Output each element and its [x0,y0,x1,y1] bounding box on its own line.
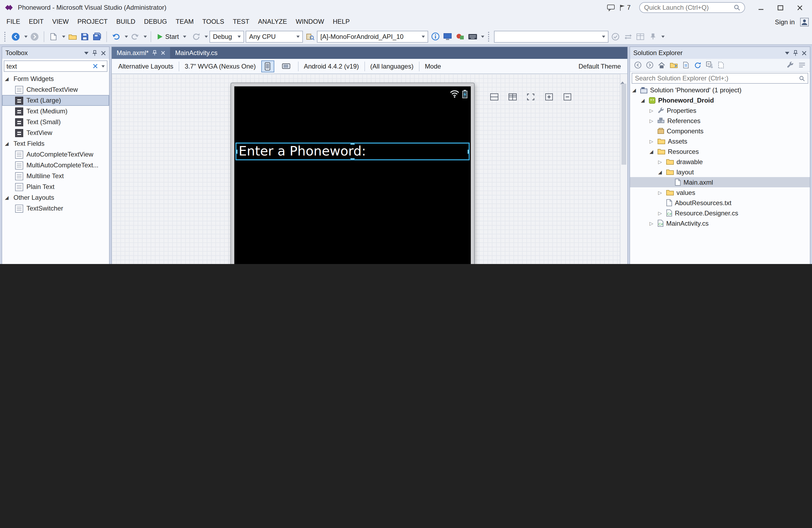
scroll-up-arrow[interactable] [620,74,625,84]
toolbox-item[interactable]: TextView [2,128,109,138]
toolbox-item[interactable]: Text (Medium) [2,106,109,117]
save-all-button[interactable] [92,30,103,42]
find-in-files-button[interactable] [305,30,316,42]
split-view-icon[interactable] [488,91,500,102]
window-position-icon[interactable] [84,52,89,54]
menu-file[interactable]: FILE [2,15,25,29]
scroll-thumb[interactable] [621,84,626,165]
menu-project[interactable]: PROJECT [73,15,112,29]
toolbox-search[interactable] [4,60,107,72]
menu-build[interactable]: BUILD [112,15,140,29]
tree-item-layout[interactable]: ◢ layout [630,167,810,177]
toolbox-item[interactable]: Multiline Text [2,171,109,181]
search-options-dropdown[interactable] [102,65,105,67]
toolbox-item[interactable]: MultiAutoCompleteText... [2,160,109,171]
start-debug-button[interactable]: Start [155,33,189,40]
twisty-collapsed-icon[interactable]: ▷ [658,159,664,164]
notifications-flag[interactable]: 7 [620,4,630,11]
tree-item-references[interactable]: ▷ References [630,116,810,126]
menu-debug[interactable]: DEBUG [140,15,171,29]
toolbox-group-form-widgets[interactable]: ◢ Form Widgets [2,73,109,84]
maximize-button[interactable] [772,2,788,14]
zoom-out-icon[interactable] [562,91,574,102]
columns-button[interactable] [635,30,646,42]
redo-dropdown[interactable] [144,35,147,38]
theme-colors-button[interactable] [455,30,466,42]
toolbox-group-other-layouts[interactable]: ◢ Other Layouts [2,192,109,203]
toolbox-item[interactable]: Plain Text [2,181,109,192]
close-icon[interactable] [101,50,106,55]
scope-folder-icon[interactable] [670,62,678,68]
toolbox-header[interactable]: Toolbox [2,47,109,59]
editor-vertical-scrollbar[interactable] [620,74,627,264]
menu-test[interactable]: TEST [228,15,253,29]
language-selector[interactable]: (All languages) [371,62,414,70]
back-icon[interactable] [634,61,641,69]
preview-icon[interactable] [798,63,806,68]
twisty-collapsed-icon[interactable]: ▷ [658,190,664,195]
solution-search-input[interactable] [635,74,797,82]
close-icon[interactable] [802,50,807,55]
android-version-selector[interactable]: Android 4.4.2 (v19) [304,62,359,70]
menu-window[interactable]: WINDOW [291,15,328,29]
tree-item-aboutresources[interactable]: AboutResources.txt [630,197,810,208]
save-button[interactable] [79,30,90,42]
sync-active-document-icon[interactable] [682,61,690,69]
design-surface[interactable]: Enter a Phoneword: [112,74,620,264]
open-file-button[interactable] [67,30,78,42]
toolbox-group-text-fields[interactable]: ◢ Text Fields [2,138,109,149]
platform-combobox[interactable]: Any CPU [246,30,303,42]
keyboard-dropdown[interactable] [481,35,484,38]
pin-tab-icon[interactable] [153,50,157,56]
mode-selector[interactable]: Mode [425,62,441,70]
navigate-back-dropdown[interactable] [24,35,28,38]
quick-launch[interactable] [639,2,745,13]
configuration-combobox[interactable]: Debug [210,30,244,42]
twisty-expanded-icon[interactable]: ◢ [5,141,10,146]
menu-view[interactable]: VIEW [48,15,73,29]
properties-wrench-icon[interactable] [787,61,794,69]
textview-widget[interactable]: Enter a Phoneword: [235,143,470,160]
collapse-all-icon[interactable] [706,61,713,69]
twisty-expanded-icon[interactable]: ◢ [641,98,646,103]
start-dropdown[interactable] [183,35,187,38]
tree-item-mainactivity[interactable]: ▷ C# MainActivity.cs [630,218,810,229]
show-all-files-icon[interactable] [718,61,725,69]
restart-button[interactable] [191,30,202,42]
tree-item-resources[interactable]: ◢ Resources [630,146,810,157]
solution-explorer-search[interactable] [632,73,808,84]
new-file-button[interactable] [48,30,59,42]
resize-handle-top[interactable] [350,143,355,145]
twisty-expanded-icon[interactable]: ◢ [5,76,10,82]
pin-toolbar-button[interactable] [648,30,658,42]
device-profile-combobox[interactable]: [A]-MonoForAndroid_API_10 [317,30,429,42]
undo-button[interactable] [111,30,121,42]
keyboard-button[interactable] [467,30,478,42]
info-button[interactable] [430,30,441,42]
theme-selector[interactable]: Default Theme [579,62,621,70]
twisty-collapsed-icon[interactable]: ▷ [650,221,655,226]
twisty-collapsed-icon[interactable]: ▷ [650,138,655,144]
secondary-combobox[interactable] [494,30,609,42]
tab-main-axml[interactable]: Main.axml* [112,47,170,59]
quick-launch-input[interactable] [644,4,734,11]
home-icon[interactable] [658,62,665,68]
menu-analyze[interactable]: ANALYZE [254,15,292,29]
zoom-in-icon[interactable] [543,91,555,102]
pin-icon[interactable] [92,50,97,56]
twisty-expanded-icon[interactable]: ◢ [632,87,638,92]
tree-item-project[interactable]: ◢ Phoneword_Droid [630,95,810,105]
landscape-button[interactable] [279,60,292,72]
sign-in-link[interactable]: Sign in [775,18,795,26]
device-screen[interactable]: Enter a Phoneword: [234,86,471,264]
menu-edit[interactable]: EDIT [25,15,48,29]
feedback-icon[interactable] [606,2,616,14]
toolbox-item-selected[interactable]: Text (Large) [2,95,109,106]
close-tab-icon[interactable] [161,51,165,55]
portrait-button[interactable] [261,60,274,72]
pin-icon[interactable] [793,50,798,56]
twisty-expanded-icon[interactable]: ◢ [658,169,664,175]
toolbox-item[interactable]: TextSwitcher [2,203,109,214]
tree-item-solution[interactable]: ◢ Solution 'Phoneword' (1 project) [630,85,810,95]
tree-item-resource-designer[interactable]: ▷ C# Resource.Designer.cs [630,208,810,218]
